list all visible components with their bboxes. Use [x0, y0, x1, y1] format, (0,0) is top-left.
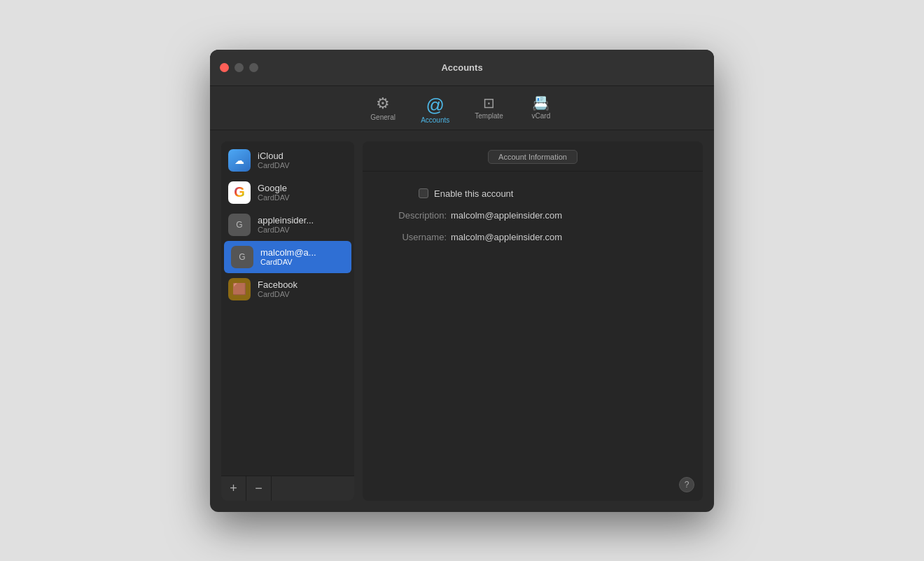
enable-checkbox[interactable] [419, 188, 428, 198]
google-name: Google [258, 183, 290, 193]
google-type: CardDAV [258, 193, 290, 202]
username-value: malcolm@appleinsider.com [451, 232, 562, 242]
malcolm-name: malcolm@a... [260, 247, 316, 258]
facebook-type: CardDAV [258, 290, 298, 298]
account-info-header: Account Information [488, 150, 578, 164]
enable-row: Enable this account [377, 188, 689, 199]
appleinsider-info: appleinsider... CardDAV [258, 215, 314, 234]
account-item-malcolm[interactable]: G malcolm@a... CardDAV [224, 241, 351, 273]
google-info: Google CardDAV [258, 183, 290, 202]
traffic-lights [220, 63, 258, 72]
window-title: Accounts [441, 62, 482, 73]
account-item-google[interactable]: G Google CardDAV [221, 176, 354, 209]
accounts-list: ☁ iCloud CardDAV G Google CardD [221, 141, 354, 476]
malcolm-info: malcolm@a... CardDAV [260, 247, 316, 266]
close-button[interactable] [220, 63, 229, 72]
gear-icon: ⚙ [376, 96, 390, 111]
appleinsider-name: appleinsider... [258, 215, 314, 226]
tab-vcard-label: vCard [532, 112, 551, 120]
appleinsider-icon: G [228, 214, 251, 236]
detail-header: Account Information [363, 141, 703, 172]
appleinsider-type: CardDAV [258, 226, 314, 234]
tab-vcard[interactable]: 📇 vCard [516, 92, 566, 130]
vcard-icon: 📇 [532, 96, 550, 110]
username-row: Username: malcolm@appleinsider.com [377, 232, 689, 242]
enable-label: Enable this account [434, 188, 513, 199]
remove-account-button[interactable]: − [246, 476, 272, 501]
accounts-sidebar: ☁ iCloud CardDAV G Google CardD [221, 141, 354, 501]
description-row: Description: malcolm@appleinsider.com [377, 210, 689, 221]
malcolm-type: CardDAV [260, 258, 316, 266]
detail-body: Enable this account Description: malcolm… [363, 172, 703, 501]
username-label: Username: [377, 232, 447, 242]
icloud-info: iCloud CardDAV [258, 151, 290, 169]
title-bar: Accounts [210, 50, 714, 86]
icloud-type: CardDAV [258, 161, 290, 169]
main-window: Accounts ⚙ General @ Accounts ⊡ Template… [210, 50, 714, 512]
template-icon: ⊡ [483, 96, 495, 110]
account-item-appleinsider[interactable]: G appleinsider... CardDAV [221, 209, 354, 241]
description-value: malcolm@appleinsider.com [451, 210, 562, 221]
tab-template-label: Template [475, 112, 503, 120]
window-body: ☁ iCloud CardDAV G Google CardD [210, 130, 714, 512]
tab-general-label: General [370, 113, 396, 121]
help-button[interactable]: ? [679, 477, 694, 492]
sidebar-footer: + − [221, 476, 354, 501]
main-content: ☁ iCloud CardDAV G Google CardD [210, 130, 714, 512]
tab-accounts-label: Accounts [421, 116, 449, 124]
google-icon: G [228, 181, 251, 204]
facebook-info: Facebook CardDAV [258, 279, 298, 298]
description-label: Description: [377, 210, 447, 221]
tab-template[interactable]: ⊡ Template [462, 92, 516, 130]
at-icon: @ [426, 96, 444, 114]
detail-panel: Account Information Enable this account … [363, 141, 703, 501]
icloud-name: iCloud [258, 151, 290, 161]
icloud-icon: ☁ [228, 149, 251, 172]
malcolm-icon: G [231, 246, 253, 268]
maximize-button[interactable] [249, 63, 258, 72]
tab-general[interactable]: ⚙ General [358, 92, 408, 130]
tab-accounts[interactable]: @ Accounts [408, 92, 462, 130]
facebook-name: Facebook [258, 279, 298, 290]
account-item-facebook[interactable]: 🟫 Facebook CardDAV [221, 273, 354, 305]
facebook-icon: 🟫 [228, 278, 251, 300]
toolbar: ⚙ General @ Accounts ⊡ Template 📇 vCard [210, 86, 714, 130]
add-account-button[interactable]: + [221, 476, 246, 501]
account-item-icloud[interactable]: ☁ iCloud CardDAV [221, 144, 354, 176]
minimize-button[interactable] [234, 63, 244, 72]
